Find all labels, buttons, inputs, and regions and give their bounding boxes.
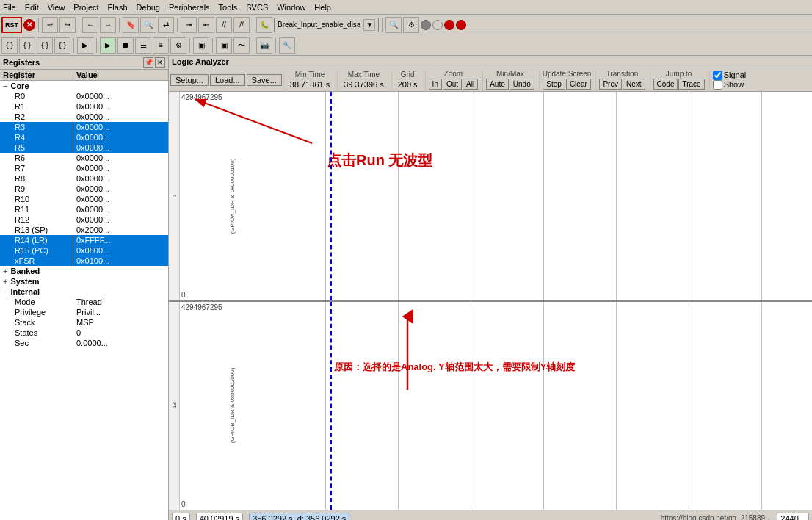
undo-minmax-button[interactable]: Undo: [510, 79, 534, 90]
table-row[interactable]: R3 0x0000...: [0, 122, 168, 132]
signal-checkbox-row: Signal: [713, 71, 747, 80]
banked-group-header[interactable]: + Banked: [0, 266, 168, 276]
sep10: [212, 38, 213, 53]
table-row[interactable]: Stack MSP: [0, 317, 168, 328]
menu-debug[interactable]: Debug: [137, 3, 160, 12]
brace-open4[interactable]: { }: [54, 37, 70, 54]
brace-open[interactable]: { }: [1, 37, 18, 54]
table-row[interactable]: R12 0x0000...: [0, 214, 168, 225]
menu-help[interactable]: Help: [314, 3, 331, 12]
indent-button[interactable]: ⇥: [181, 17, 197, 33]
auto-button[interactable]: Auto: [486, 79, 509, 90]
reg-header-name: Register: [0, 70, 73, 80]
table-row[interactable]: R4 0x0000...: [0, 132, 168, 142]
back-button[interactable]: ←: [82, 17, 98, 33]
reg-value: 0: [73, 328, 168, 338]
bookmark-button[interactable]: 🔖: [123, 17, 139, 33]
load-button[interactable]: Load...: [210, 74, 245, 86]
table-row[interactable]: R6 0x0000...: [0, 153, 168, 163]
uncomment-button[interactable]: //: [233, 17, 250, 33]
zoom-all-button[interactable]: All: [463, 79, 478, 90]
table-row[interactable]: R7 0x0000...: [0, 163, 168, 173]
menu-flash[interactable]: Flash: [108, 3, 128, 12]
ch1-cursor-line: [330, 92, 332, 300]
menu-window[interactable]: Window: [277, 3, 305, 12]
signal-checkbox[interactable]: [713, 71, 722, 80]
brace-open2[interactable]: { }: [19, 37, 35, 54]
wave-btn[interactable]: 〜: [233, 37, 250, 54]
table-row[interactable]: Mode Thread: [0, 297, 168, 307]
stop-button[interactable]: Stop: [543, 79, 565, 90]
signal-section: Signal Show: [709, 71, 750, 90]
outdent-button[interactable]: ⇤: [198, 17, 214, 33]
search-breakpoint[interactable]: 🔍: [385, 17, 402, 33]
status-circle-red[interactable]: [444, 20, 454, 30]
settings-button[interactable]: ⚙: [403, 17, 419, 33]
save-button[interactable]: Save...: [247, 74, 282, 86]
forward-button[interactable]: →: [100, 17, 116, 33]
menu-edit[interactable]: Edit: [25, 3, 39, 12]
menu-file[interactable]: File: [3, 3, 16, 12]
table-row[interactable]: R13 (SP) 0x2000...: [0, 225, 168, 235]
brace-open3[interactable]: { }: [37, 37, 53, 54]
next-button[interactable]: Next: [623, 79, 645, 90]
table-row[interactable]: R10 0x0000...: [0, 194, 168, 204]
table-row[interactable]: R15 (PC) 0x0800...: [0, 245, 168, 256]
code-button[interactable]: Code: [653, 79, 678, 90]
panel-pin-button[interactable]: 📌: [143, 57, 153, 68]
stop-button[interactable]: ⏹: [117, 37, 134, 54]
show-checkbox-row: Show: [713, 80, 747, 90]
debug-icon-button[interactable]: 🐛: [256, 17, 272, 33]
max-time-value: 39.37396 s: [341, 79, 386, 90]
find-button[interactable]: 🔍: [140, 17, 156, 33]
align-button[interactable]: ≡: [153, 37, 169, 54]
capture-btn[interactable]: 📷: [256, 37, 272, 54]
table-row[interactable]: R1 0x0000...: [0, 101, 168, 112]
status-circle-red2[interactable]: [456, 20, 466, 30]
table-row[interactable]: xFSR 0x0100...: [0, 256, 168, 266]
tools-btn[interactable]: 🔧: [279, 37, 295, 54]
prev-button[interactable]: Prev: [599, 79, 622, 90]
table-row[interactable]: R14 (LR) 0xFFFF...: [0, 235, 168, 245]
internal-group-header[interactable]: − Internal: [0, 286, 168, 297]
core-group-header[interactable]: − Core: [0, 81, 168, 91]
menu-tools[interactable]: Tools: [219, 3, 238, 12]
menu-svcs[interactable]: SVCS: [246, 3, 268, 12]
table-row[interactable]: Privilege Privil...: [0, 307, 168, 317]
table-row[interactable]: R0 0x0000...: [0, 91, 168, 101]
breakpoint-close[interactable]: ▼: [363, 19, 375, 31]
screen-btn[interactable]: ▣: [216, 37, 232, 54]
clear-button[interactable]: Clear: [566, 79, 591, 90]
show-checkbox[interactable]: [713, 80, 722, 90]
zoom-out-button[interactable]: Out: [443, 79, 462, 90]
table-row[interactable]: Sec 0.0000...: [0, 338, 168, 348]
reg-value: 0x0000...: [73, 112, 168, 122]
trace-button[interactable]: Trace: [678, 79, 704, 90]
table-row[interactable]: R11 0x0000...: [0, 204, 168, 214]
setup-button[interactable]: Setup...: [170, 74, 209, 86]
zoom-in-button[interactable]: In: [429, 79, 442, 90]
menu-view[interactable]: View: [48, 3, 65, 12]
display-toggle[interactable]: ▣: [193, 37, 209, 54]
list-button[interactable]: ☰: [135, 37, 151, 54]
table-row[interactable]: R5 0x0000...: [0, 142, 168, 153]
config-button[interactable]: ⚙: [170, 37, 186, 54]
system-group-header[interactable]: + System: [0, 276, 168, 286]
table-row[interactable]: States 0: [0, 328, 168, 338]
channel1-area: ↕ 4294967295 (GPIOA_IDR & 0x00000100) 0: [169, 92, 812, 302]
run2-button[interactable]: ▶: [100, 37, 116, 54]
undo-button[interactable]: ↩: [42, 17, 58, 33]
replace-button[interactable]: ⇄: [158, 17, 174, 33]
menu-project[interactable]: Project: [73, 3, 98, 12]
grid-label: Grid: [401, 71, 415, 79]
table-row[interactable]: R9 0x0000...: [0, 184, 168, 194]
comment-button[interactable]: //: [216, 17, 232, 33]
panel-close-button[interactable]: ✕: [155, 57, 165, 68]
run-button[interactable]: ▶: [77, 37, 93, 54]
menu-peripherals[interactable]: Peripherals: [169, 3, 210, 12]
close-button[interactable]: ✕: [23, 19, 35, 31]
table-row[interactable]: R2 0x0000...: [0, 112, 168, 122]
table-row[interactable]: R8 0x0000...: [0, 173, 168, 184]
rst-button[interactable]: RST: [1, 17, 22, 33]
redo-button[interactable]: ↪: [59, 17, 76, 33]
